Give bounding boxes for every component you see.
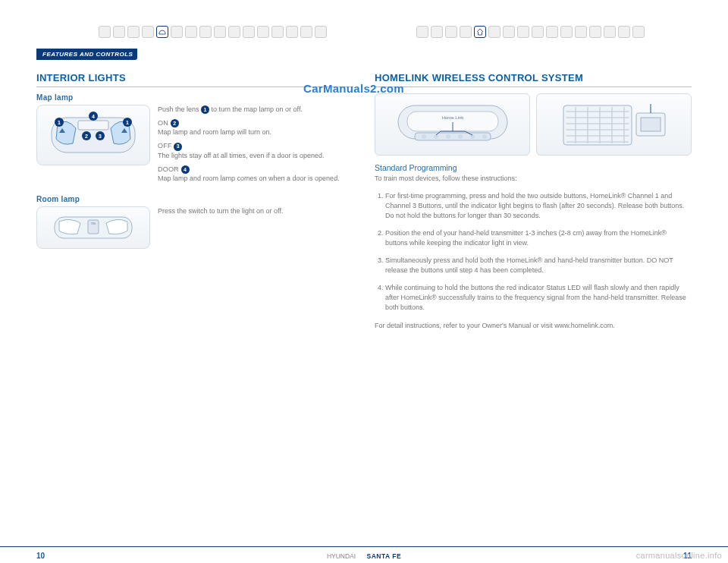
svg-point-23: [482, 134, 487, 139]
step-1: For first-time programming, press and ho…: [385, 191, 692, 221]
section-tab: FEATURES AND CONTROLS: [36, 49, 137, 60]
nav-icon: [632, 26, 645, 38]
step-3: Simultaneously press and hold both the H…: [385, 256, 692, 275]
nav-icon: [113, 26, 125, 38]
nav-icon: [488, 26, 500, 38]
callout-2: 2: [171, 119, 179, 127]
callout-3: 3: [174, 143, 182, 151]
map-lamp-illustration: 1 1 4 2 3: [36, 105, 150, 165]
nav-icon: [604, 26, 616, 38]
footer-center: HYUNDAI SANTA FE: [327, 552, 401, 560]
nav-icon: [589, 26, 601, 38]
room-lamp-block: ON Press the switch to turn the light on…: [36, 206, 353, 249]
svg-text:1: 1: [126, 120, 129, 125]
nav-icon: [431, 26, 443, 38]
std-intro: To train most devices, follow these inst…: [375, 174, 692, 184]
garage-illustration: [536, 93, 692, 156]
on-body: Map lamp and room lamp will turn on.: [158, 128, 271, 136]
svg-text:2: 2: [85, 134, 88, 139]
nav-icon: [546, 26, 558, 38]
page-number-left: 10: [36, 552, 45, 560]
nav-icon: [99, 26, 111, 38]
right-page: HOMELINK WIRELESS CONTROL SYSTEM Home Li…: [375, 72, 692, 338]
callout-4: 4: [181, 165, 190, 174]
nav-icon: [214, 26, 226, 38]
off-body: The lights stay off at all times, even i…: [158, 152, 324, 159]
nav-icon: [575, 26, 587, 38]
manual-spread: FEATURES AND CONTROLS CarManuals2.com IN…: [0, 0, 728, 563]
svg-text:1: 1: [58, 120, 61, 125]
map-lamp-p1a: Push the lens: [158, 105, 201, 113]
standard-programming-body: To train most devices, follow these inst…: [375, 174, 692, 331]
svg-text:4: 4: [92, 114, 95, 119]
nav-icon: [517, 26, 529, 38]
door-label: DOOR: [158, 165, 181, 173]
icon-strip-right: [416, 26, 645, 38]
mirror-illustration: Home Link: [375, 93, 530, 156]
step-2: Position the end of your hand-held trans…: [385, 228, 692, 248]
footer-brand: HYUNDAI: [327, 552, 356, 560]
svg-text:ON: ON: [91, 222, 96, 225]
nav-icon: [416, 26, 428, 38]
nav-icon: [532, 26, 544, 38]
nav-icon: [618, 26, 630, 38]
nav-icon: [300, 26, 312, 38]
icon-strip-left: [99, 26, 327, 38]
page-title-right: HOMELINK WIRELESS CONTROL SYSTEM: [375, 72, 692, 87]
on-label: ON: [158, 119, 171, 127]
mirror-label: Home Link: [441, 115, 464, 120]
eco-icon: [315, 26, 327, 38]
nav-icon: [460, 26, 472, 38]
content-columns: INTERIOR LIGHTS Map lamp 1 1 4 2: [36, 72, 692, 338]
nav-icon: [171, 26, 183, 38]
homelink-illustrations: Home Link: [375, 93, 692, 156]
svg-text:3: 3: [99, 134, 102, 139]
room-lamp-illustration: ON: [36, 206, 150, 249]
car-icon: [156, 26, 168, 38]
watermark-text: CarManuals2.com: [303, 82, 404, 95]
step-4: While continuing to hold the buttons the…: [385, 283, 692, 313]
nav-icon: [257, 26, 269, 38]
nav-icon: [142, 26, 154, 38]
map-lamp-description: Push the lens 1 to turn the map lamp on …: [158, 105, 340, 187]
nav-icon: [228, 26, 240, 38]
nav-icon: [445, 26, 457, 38]
door-body: Map lamp and room lamp comes on when a d…: [158, 175, 340, 182]
nav-icon: [286, 26, 298, 38]
svg-point-18: [422, 134, 426, 139]
site-watermark: carmanualsonline.info: [636, 551, 722, 560]
nav-icon: [185, 26, 197, 38]
nav-icon: [560, 26, 573, 38]
nav-icon: [271, 26, 284, 38]
svg-point-21: [458, 134, 463, 139]
room-lamp-body: Press the switch to turn the light on or…: [158, 206, 283, 215]
footer-model: SANTA FE: [367, 552, 402, 560]
room-lamp-description: Press the switch to turn the light on or…: [158, 206, 283, 249]
room-lamp-heading: Room lamp: [36, 195, 353, 203]
closing-note: For detail instructions, refer to your O…: [375, 321, 692, 331]
svg-rect-1: [78, 121, 108, 130]
map-lamp-p1b: to turn the map lamp on or off.: [209, 105, 303, 113]
map-lamp-block: 1 1 4 2 3 Push the lens 1 to turn the ma…: [36, 105, 353, 187]
nav-icon: [199, 26, 212, 38]
callout-1: 1: [201, 105, 209, 114]
home-icon: [474, 26, 486, 38]
footer: 10 HYUNDAI SANTA FE 11: [0, 546, 728, 563]
nav-icon: [127, 26, 140, 38]
nav-icon: [243, 26, 255, 38]
svg-point-20: [446, 134, 450, 139]
standard-programming-heading: Standard Programming: [375, 163, 692, 172]
left-page: INTERIOR LIGHTS Map lamp 1 1 4 2: [36, 72, 353, 338]
nav-icon: [503, 26, 515, 38]
off-label: OFF: [158, 142, 174, 149]
svg-rect-41: [641, 118, 661, 131]
programming-steps: For first-time programming, press and ho…: [375, 191, 692, 313]
